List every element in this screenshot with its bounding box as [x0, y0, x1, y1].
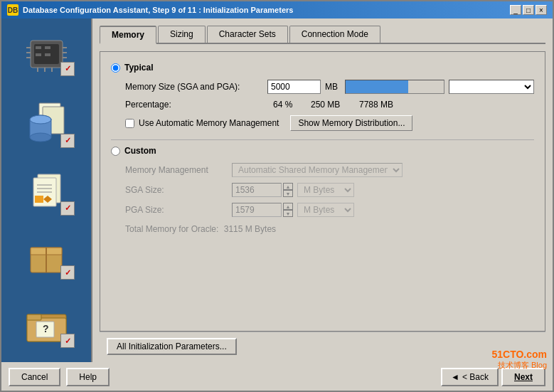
- tabs-container: Memory Sizing Character Sets Connection …: [100, 26, 545, 44]
- pga-size-row: PGA Size: ▲ ▼ M Bytes: [125, 203, 534, 217]
- close-button[interactable]: ×: [536, 5, 547, 15]
- form-area: Typical Memory Size (SGA and PGA): MB: [100, 51, 545, 332]
- title-bar-left: DB Database Configuration Assistant, Ste…: [7, 4, 293, 16]
- memory-size-unit: MB: [325, 82, 338, 92]
- cancel-button[interactable]: Cancel: [9, 368, 60, 386]
- main-content: ✓ ✓: [1, 18, 553, 362]
- tab-connmode[interactable]: Connection Mode: [289, 26, 380, 43]
- auto-memory-label: Use Automatic Memory Management: [139, 118, 279, 128]
- sga-size-label: SGA Size:: [125, 185, 232, 195]
- slider-fill: [346, 80, 408, 93]
- tab-charsets[interactable]: Character Sets: [207, 26, 288, 43]
- divider: [111, 139, 534, 140]
- total-memory-value: 3115 M Bytes: [224, 224, 276, 234]
- typical-radio-row: Typical: [111, 63, 534, 73]
- checkbox-row: Use Automatic Memory Management Show Mem…: [125, 115, 534, 131]
- svg-rect-26: [35, 196, 43, 203]
- memory-size-label: Memory Size (SGA and PGA):: [125, 82, 267, 92]
- nav-bar: Cancel Help ◄ < Back Next: [1, 362, 553, 391]
- custom-radio[interactable]: [111, 147, 120, 156]
- percentage-label: Percentage:: [125, 100, 267, 110]
- svg-rect-2: [36, 46, 41, 49]
- sga-up-btn[interactable]: ▲: [283, 183, 293, 190]
- bottom-area: All Initialization Parameters...: [100, 332, 545, 355]
- memory-slider[interactable]: [345, 80, 444, 94]
- custom-label: Custom: [124, 146, 156, 156]
- check-badge-4: ✓: [60, 265, 75, 280]
- auto-memory-checkbox[interactable]: [125, 119, 134, 128]
- memory-dropdown[interactable]: [449, 80, 534, 94]
- tab-sizing[interactable]: Sizing: [158, 26, 206, 43]
- check-badge-5: ✓: [60, 334, 75, 348]
- pga-up-btn[interactable]: ▲: [283, 203, 293, 210]
- memory-size-input[interactable]: [267, 80, 321, 94]
- sga-size-row: SGA Size: ▲ ▼ M Bytes: [125, 183, 534, 197]
- back-arrow-icon: ◄: [451, 372, 459, 382]
- memory-mgmt-dropdown[interactable]: Automatic Shared Memory Management: [232, 163, 403, 177]
- custom-radio-row: Custom: [111, 146, 534, 156]
- minimize-button[interactable]: _: [510, 5, 521, 15]
- percentage-min: 250 MB: [311, 100, 353, 110]
- sga-spinner-group: ▲ ▼: [283, 183, 293, 197]
- memory-mgmt-label: Memory Management: [125, 165, 232, 175]
- percentage-value: 64 %: [273, 100, 305, 110]
- pga-unit-dropdown[interactable]: M Bytes: [297, 203, 354, 217]
- sga-unit-dropdown[interactable]: M Bytes: [297, 183, 354, 197]
- back-label: < Back: [462, 372, 489, 382]
- show-memory-btn[interactable]: Show Memory Distribution...: [290, 115, 412, 131]
- watermark-line1: 51CTO.com: [491, 349, 547, 360]
- app-icon: DB: [7, 4, 18, 16]
- back-button[interactable]: ◄ < Back: [441, 368, 499, 386]
- watermark: 51CTO.com 技术博客 Blog: [491, 349, 547, 371]
- maximize-button[interactable]: □: [523, 5, 534, 15]
- wizard-item-database: ✓: [11, 98, 82, 148]
- main-window: DB Database Configuration Assistant, Ste…: [0, 0, 554, 392]
- wizard-item-chip: ✓: [11, 33, 82, 77]
- svg-rect-33: [27, 314, 41, 320]
- pga-size-label: PGA Size:: [125, 205, 232, 215]
- total-memory-row: Total Memory for Oracle: 3115 M Bytes: [125, 224, 534, 234]
- check-badge-2: ✓: [60, 134, 75, 148]
- check-badge-3: ✓: [60, 201, 75, 216]
- memory-mgmt-row: Memory Management Automatic Shared Memor…: [125, 163, 534, 177]
- nav-left: Cancel Help: [9, 368, 110, 386]
- svg-point-19: [30, 133, 51, 142]
- svg-text:?: ?: [43, 323, 49, 334]
- check-badge-1: ✓: [60, 62, 75, 76]
- svg-rect-3: [45, 46, 50, 49]
- svg-point-20: [30, 115, 51, 124]
- title-buttons: _ □ ×: [510, 5, 547, 15]
- percentage-row: Percentage: 64 % 250 MB 7788 MB: [125, 100, 534, 110]
- memory-size-row: Memory Size (SGA and PGA): MB: [125, 80, 534, 94]
- watermark-line2: 技术博客 Blog: [491, 360, 547, 371]
- sga-size-input[interactable]: [232, 183, 282, 197]
- window-title: Database Configuration Assistant, Step 9…: [23, 6, 293, 14]
- help-button[interactable]: Help: [66, 368, 110, 386]
- left-panel: ✓ ✓: [1, 18, 92, 362]
- sga-down-btn[interactable]: ▼: [283, 190, 293, 197]
- right-panel: Memory Sizing Character Sets Connection …: [92, 18, 553, 362]
- percentage-max: 7788 MB: [359, 100, 393, 110]
- wizard-item-folder: ? ✓: [11, 302, 82, 348]
- init-params-button[interactable]: All Initialization Parameters...: [107, 338, 237, 355]
- title-bar: DB Database Configuration Assistant, Ste…: [1, 1, 553, 18]
- pga-down-btn[interactable]: ▼: [283, 210, 293, 217]
- pga-size-input[interactable]: [232, 203, 282, 217]
- typical-radio[interactable]: [111, 63, 120, 73]
- pga-spinner-group: ▲ ▼: [283, 203, 293, 217]
- svg-rect-4: [36, 53, 41, 56]
- typical-label: Typical: [124, 63, 153, 73]
- total-memory-label: Total Memory for Oracle:: [125, 224, 218, 234]
- wizard-item-documents: ✓: [11, 169, 82, 216]
- tab-memory[interactable]: Memory: [100, 26, 156, 44]
- svg-rect-5: [45, 53, 50, 56]
- wizard-item-box: ✓: [11, 237, 82, 281]
